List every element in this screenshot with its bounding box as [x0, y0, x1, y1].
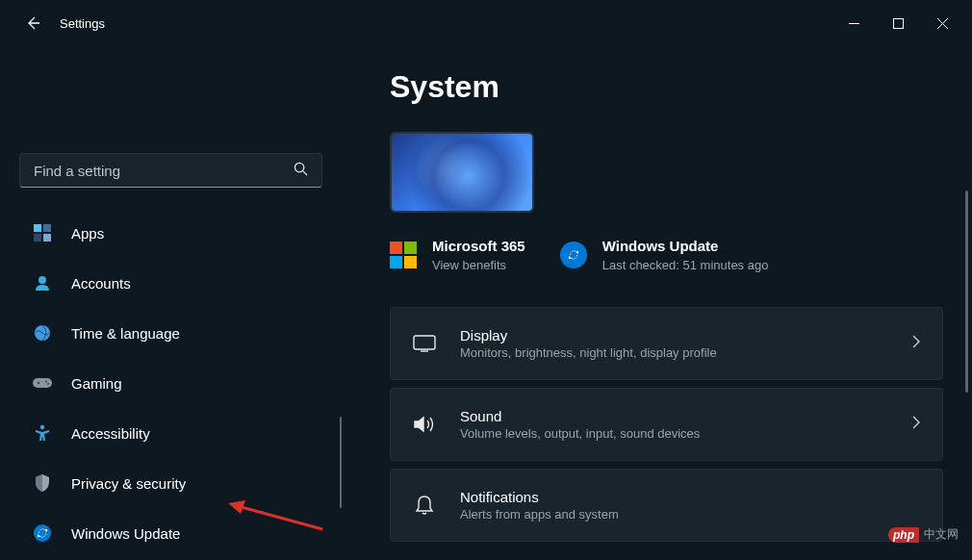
- ms365-icon: [390, 242, 417, 268]
- nav-list: Apps Accounts Time & language Gaming: [19, 215, 322, 551]
- sidebar-item-privacy-security[interactable]: Privacy & security: [19, 465, 322, 501]
- card-sub: Volume levels, output, input, sound devi…: [460, 426, 888, 441]
- search-box[interactable]: [19, 153, 322, 188]
- promo-title: Microsoft 365: [432, 238, 525, 254]
- titlebar: Settings: [0, 0, 972, 46]
- card-sub: Monitors, brightness, night light, displ…: [460, 345, 888, 360]
- sidebar-item-label: Time & language: [71, 325, 180, 342]
- card-sound[interactable]: Sound Volume levels, output, input, soun…: [390, 388, 943, 461]
- promo-text: Windows Update Last checked: 51 minutes …: [602, 238, 769, 272]
- main-scrollbar[interactable]: [965, 191, 968, 393]
- display-icon: [412, 335, 437, 352]
- shield-icon: [33, 473, 52, 493]
- svg-rect-1: [893, 18, 903, 28]
- svg-rect-12: [33, 378, 52, 388]
- promo-row: Microsoft 365 View benefits Windows Upda…: [390, 238, 943, 272]
- card-display[interactable]: Display Monitors, brightness, night ligh…: [390, 307, 943, 380]
- svg-point-4: [294, 163, 303, 171]
- svg-point-15: [47, 383, 49, 385]
- svg-rect-18: [414, 336, 435, 349]
- close-button[interactable]: [920, 8, 964, 38]
- promo-title: Windows Update: [602, 238, 769, 254]
- page-title: System: [390, 69, 943, 105]
- sidebar-item-label: Apps: [71, 225, 104, 242]
- windows-update-icon: [560, 242, 587, 268]
- svg-rect-7: [43, 224, 51, 232]
- sidebar-item-apps[interactable]: Apps: [19, 215, 322, 251]
- chevron-right-icon: [911, 416, 921, 433]
- sound-icon: [412, 415, 437, 434]
- sidebar-item-label: Gaming: [71, 375, 122, 392]
- maximize-button[interactable]: [876, 8, 920, 38]
- chevron-right-icon: [911, 335, 921, 352]
- back-arrow-icon: [25, 15, 40, 31]
- svg-rect-9: [43, 234, 51, 242]
- promo-sub: View benefits: [432, 258, 525, 272]
- main-content: System Microsoft 365 View benefits Windo…: [342, 46, 972, 560]
- settings-cards: Display Monitors, brightness, night ligh…: [390, 307, 943, 542]
- profile-block: [19, 62, 322, 153]
- svg-rect-8: [34, 234, 41, 242]
- back-button[interactable]: [23, 13, 42, 33]
- notifications-icon: [412, 495, 437, 516]
- accessibility-icon: [33, 423, 52, 443]
- minimize-button[interactable]: [831, 8, 876, 38]
- app-body: Apps Accounts Time & language Gaming: [0, 46, 972, 560]
- promo-text: Microsoft 365 View benefits: [432, 238, 525, 272]
- svg-point-16: [40, 425, 44, 429]
- sidebar-item-accounts[interactable]: Accounts: [19, 265, 322, 301]
- card-notifications[interactable]: Notifications Alerts from apps and syste…: [390, 469, 943, 542]
- search-input[interactable]: [34, 163, 294, 179]
- minimize-icon: [849, 18, 859, 29]
- titlebar-left: Settings: [23, 13, 105, 33]
- apps-icon: [33, 223, 52, 242]
- svg-line-5: [303, 170, 307, 174]
- sidebar-item-label: Accounts: [71, 275, 131, 292]
- card-text: Sound Volume levels, output, input, soun…: [460, 408, 888, 441]
- sidebar-item-label: Windows Update: [71, 525, 180, 542]
- app-title: Settings: [60, 16, 105, 31]
- sidebar-item-accessibility[interactable]: Accessibility: [19, 415, 322, 451]
- accounts-icon: [33, 273, 52, 293]
- card-text: Display Monitors, brightness, night ligh…: [460, 327, 888, 360]
- svg-point-13: [38, 382, 39, 384]
- time-icon: [33, 323, 52, 343]
- card-sub: Alerts from apps and system: [460, 507, 921, 522]
- close-icon: [937, 18, 948, 29]
- sidebar-item-label: Privacy & security: [71, 475, 186, 492]
- promo-ms365[interactable]: Microsoft 365 View benefits: [390, 238, 525, 272]
- sidebar-item-time-language[interactable]: Time & language: [19, 315, 322, 351]
- desktop-preview[interactable]: [390, 132, 534, 213]
- gaming-icon: [33, 373, 52, 393]
- card-text: Notifications Alerts from apps and syste…: [460, 489, 921, 522]
- promo-sub: Last checked: 51 minutes ago: [602, 258, 769, 272]
- card-title: Notifications: [460, 489, 921, 505]
- sidebar: Apps Accounts Time & language Gaming: [0, 46, 342, 560]
- svg-point-14: [45, 381, 47, 383]
- window-controls: [831, 8, 964, 38]
- sidebar-item-windows-update[interactable]: Windows Update: [19, 515, 322, 551]
- update-icon: [33, 523, 52, 543]
- card-title: Sound: [460, 408, 888, 424]
- card-title: Display: [460, 327, 888, 344]
- svg-point-17: [34, 524, 51, 542]
- promo-windows-update[interactable]: Windows Update Last checked: 51 minutes …: [560, 238, 769, 272]
- svg-point-10: [38, 276, 46, 284]
- sidebar-item-gaming[interactable]: Gaming: [19, 365, 322, 401]
- sidebar-item-label: Accessibility: [71, 425, 150, 442]
- search-icon: [294, 162, 308, 180]
- maximize-icon: [893, 18, 904, 29]
- svg-rect-6: [34, 224, 41, 232]
